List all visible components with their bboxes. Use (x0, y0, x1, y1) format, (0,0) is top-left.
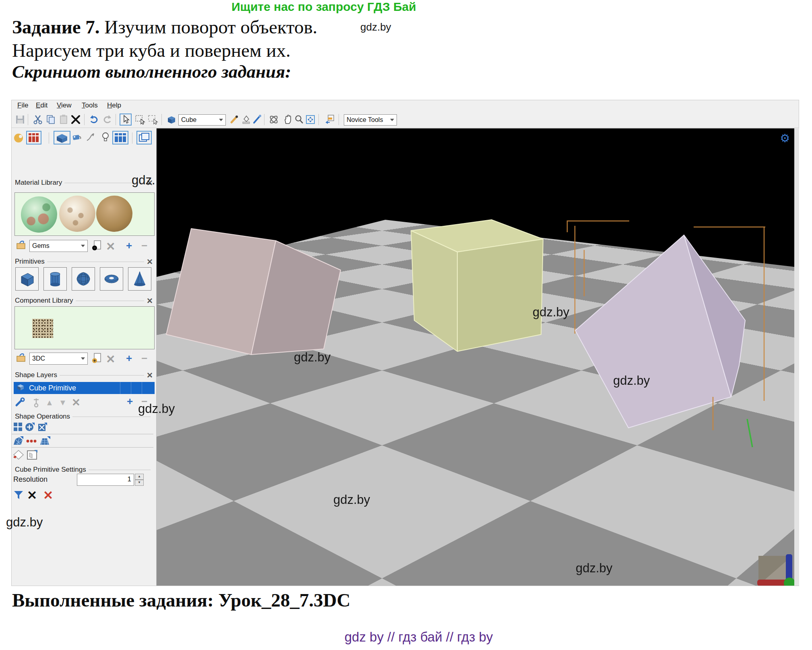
resolution-up-button[interactable]: ▲ (135, 474, 144, 480)
gear-icon[interactable]: ⚙ (780, 132, 790, 145)
op-grid-icon[interactable] (13, 422, 23, 434)
add-component-icon[interactable]: + (126, 352, 132, 365)
shape-operations-title: Shape Operations (15, 413, 70, 421)
resolution-input[interactable]: 1 (77, 474, 134, 486)
pan-hand-icon[interactable] (283, 114, 293, 125)
menu-tools[interactable]: Tools (82, 101, 98, 109)
component-library-toggle[interactable] (112, 131, 128, 144)
cube-lavender[interactable] (575, 235, 745, 428)
move-layer-down-icon[interactable]: ▼ (59, 398, 67, 407)
import-component-icon[interactable] (325, 114, 335, 125)
redo-icon[interactable] (102, 114, 112, 125)
task-subtitle: Нарисуем три куба и повернем их. (12, 39, 291, 61)
menu-edit[interactable]: Edit (36, 101, 48, 109)
delete-icon[interactable] (70, 114, 81, 125)
material-collection-select[interactable]: Gems (29, 240, 88, 252)
material-list[interactable] (14, 192, 155, 236)
close-icon[interactable]: ✕ (147, 257, 153, 266)
op-points-icon[interactable] (26, 438, 37, 446)
layers-panel-toggle[interactable] (136, 131, 152, 144)
zoom-icon[interactable] (294, 114, 304, 125)
delete-library-icon[interactable]: ✕ (106, 240, 115, 253)
eyedropper-icon[interactable] (252, 114, 262, 125)
menu-help[interactable]: Help (107, 101, 121, 109)
open-library-icon[interactable] (16, 353, 27, 365)
op-lathe-icon[interactable] (39, 436, 50, 448)
component-thumbnail[interactable] (32, 319, 53, 338)
paint-brush-icon[interactable] (229, 114, 240, 125)
bone-icon[interactable] (85, 132, 96, 144)
op-sweep-icon[interactable] (13, 436, 24, 448)
new-library-icon[interactable] (92, 353, 102, 365)
chevron-down-icon (81, 245, 85, 247)
lightbulb-icon[interactable] (101, 132, 110, 144)
cube-pink[interactable] (166, 229, 341, 355)
menu-bar: File Edit View Tools Help (12, 100, 799, 112)
op-mirror-icon[interactable] (37, 422, 48, 434)
copy-icon[interactable] (45, 114, 56, 125)
fill-bucket-icon[interactable] (241, 114, 251, 125)
close-icon[interactable]: ✕ (147, 371, 153, 380)
cube-green[interactable] (411, 220, 543, 351)
task-title: Задание 7. Изучим поворот объектов. (12, 16, 317, 38)
shape-select[interactable]: Cube (178, 114, 226, 126)
menu-view[interactable]: View (57, 101, 72, 109)
apply-filter-icon[interactable] (13, 490, 25, 502)
delete-library-icon[interactable]: ✕ (106, 353, 115, 366)
viewport-edge-strip (794, 128, 799, 586)
remove-material-icon[interactable]: − (141, 239, 147, 252)
resolution-label: Resolution (13, 475, 48, 484)
primitive-cylinder-button[interactable] (43, 267, 67, 291)
component-list[interactable] (14, 306, 155, 349)
fit-view-icon[interactable] (305, 114, 316, 125)
close-icon[interactable]: ✕ (147, 296, 153, 305)
select-shapes-icon[interactable] (135, 114, 145, 125)
material-gem-green[interactable] (21, 196, 57, 233)
material-gem-speckled[interactable] (59, 196, 95, 232)
tools-mode-select[interactable]: Novice Tools (344, 114, 397, 126)
op-hollow-icon[interactable] (26, 449, 38, 462)
footer-links[interactable]: gdz by // гдз бай // гдз by (306, 629, 531, 645)
paste-icon[interactable] (58, 114, 69, 125)
select-tool-active[interactable] (120, 113, 132, 126)
delete-shape-icon[interactable]: ✕ (43, 488, 53, 502)
watermark: gdz.by (613, 373, 650, 388)
screenshot-caption: Скриншот выполненного задания: (12, 61, 291, 82)
cancel-icon[interactable]: ✕ (27, 488, 37, 502)
primitive-cone-button[interactable] (128, 267, 151, 291)
primitives-toggle[interactable] (54, 131, 70, 144)
palette-icon[interactable] (12, 132, 25, 145)
orbit-rotate-icon[interactable] (269, 114, 279, 125)
material-gem-brown[interactable] (96, 196, 132, 232)
primitive-sphere-button[interactable] (72, 267, 95, 291)
watermark: gdz.by (6, 515, 43, 530)
menu-file[interactable]: File (17, 101, 28, 109)
op-paint-shape-icon[interactable] (12, 449, 25, 462)
component-collection-select[interactable]: 3DC (29, 353, 88, 365)
undo-icon[interactable] (89, 114, 99, 125)
chevron-down-icon (81, 357, 85, 360)
shape-layers-title: Shape Layers (15, 371, 57, 379)
new-library-icon[interactable] (92, 240, 102, 253)
select-region-icon[interactable] (148, 114, 158, 125)
viewport-3d[interactable]: ⚙ (157, 128, 794, 586)
remove-component-icon[interactable]: − (141, 352, 147, 365)
material-library-toggle[interactable] (26, 131, 41, 144)
move-layer-up-icon[interactable]: ▲ (45, 398, 54, 407)
component-library-header: Component Library✕ (15, 296, 153, 305)
tag-icon[interactable] (72, 133, 83, 144)
layer-row-selected[interactable]: Cube Primitive (14, 382, 155, 394)
delete-layer-icon[interactable]: ✕ (72, 396, 81, 409)
resolution-down-button[interactable]: ▼ (135, 480, 144, 486)
save-icon[interactable] (15, 114, 25, 125)
layer-name: Cube Primitive (29, 384, 76, 392)
add-layer-icon[interactable]: + (127, 395, 133, 408)
add-material-icon[interactable]: + (126, 239, 132, 252)
layer-properties-icon[interactable] (13, 397, 26, 410)
primitive-torus-button[interactable] (100, 267, 123, 291)
cut-icon[interactable] (33, 114, 43, 125)
open-library-icon[interactable] (16, 240, 27, 252)
op-circle-icon[interactable] (25, 422, 35, 434)
primitive-cube-button[interactable] (15, 267, 39, 291)
watermark: gdz.by (576, 561, 612, 576)
